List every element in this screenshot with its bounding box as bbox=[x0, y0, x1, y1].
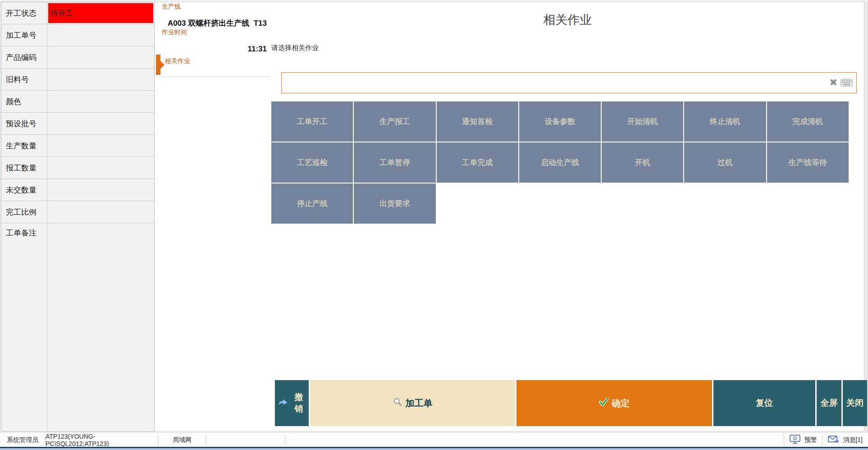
work-time-value: 11:31 bbox=[247, 45, 267, 54]
keyboard-icon[interactable] bbox=[841, 79, 853, 88]
reset-label: 复位 bbox=[756, 397, 773, 409]
info-row: 旧料号 bbox=[1, 69, 154, 91]
related-jobs-tab[interactable]: 相关作业 bbox=[165, 57, 190, 65]
info-row-label: 报工数量 bbox=[1, 157, 47, 179]
action-button[interactable]: 出货要求 bbox=[354, 184, 435, 224]
monitor-gear-icon bbox=[790, 435, 800, 445]
action-button[interactable]: 工单完成 bbox=[437, 142, 518, 183]
panel-divider bbox=[158, 76, 270, 77]
action-button[interactable]: 终止清机 bbox=[684, 101, 766, 142]
info-row: 报工数量 bbox=[1, 157, 154, 179]
job-scan-input[interactable] bbox=[284, 74, 818, 92]
info-row-value bbox=[47, 201, 154, 223]
info-row-value bbox=[47, 69, 154, 90]
info-row: 预设批号 bbox=[1, 113, 154, 135]
message-item[interactable]: 消息[1] bbox=[822, 435, 868, 445]
reset-button[interactable]: 复位 bbox=[713, 380, 815, 426]
fullscreen-button[interactable]: 全屏 bbox=[817, 380, 841, 426]
info-row: 工单备注 bbox=[1, 223, 154, 431]
status-user: 系统管理员 bbox=[0, 435, 46, 445]
status-bottom-strip bbox=[0, 448, 868, 450]
action-button[interactable]: 生产报工 bbox=[354, 101, 435, 142]
alert-label: 预警 bbox=[804, 436, 817, 444]
job-scan-field: ✖ bbox=[281, 72, 857, 93]
envelope-icon bbox=[828, 436, 839, 445]
undo-icon bbox=[278, 398, 288, 409]
info-row-value bbox=[47, 157, 154, 179]
status-database: ATP123(YOUNG-PC\SQL2012:ATP123) bbox=[46, 435, 159, 445]
info-row-label: 开工状态 bbox=[1, 2, 47, 24]
info-row-label: 加工单号 bbox=[1, 24, 47, 46]
info-row: 颜色 bbox=[1, 91, 154, 113]
action-button[interactable]: 完成清机 bbox=[767, 101, 849, 142]
info-row-value bbox=[47, 179, 154, 201]
mes-window: 开工状态待开工加工单号产品编码旧料号颜色预设批号生产数量报工数量未交数量完工比例… bbox=[0, 0, 868, 450]
close-label: 关闭 bbox=[846, 397, 863, 409]
info-row-label: 颜色 bbox=[1, 91, 47, 112]
info-row-value bbox=[47, 91, 154, 112]
work-order-info-table: 开工状态待开工加工单号产品编码旧料号颜色预设批号生产数量报工数量未交数量完工比例… bbox=[1, 2, 155, 432]
info-row: 生产数量 bbox=[1, 135, 154, 157]
work-order-label: 加工单 bbox=[406, 397, 433, 409]
info-row-label: 预设批号 bbox=[1, 113, 47, 134]
close-button[interactable]: 关闭 bbox=[843, 380, 867, 426]
work-time-label: 作业时间 bbox=[162, 28, 187, 37]
production-line-label: 生产线 bbox=[162, 3, 181, 11]
status-empty-cell bbox=[206, 435, 285, 445]
info-row-label: 工单备注 bbox=[1, 223, 47, 431]
action-button[interactable]: 停止产线 bbox=[271, 184, 353, 224]
info-row-value bbox=[47, 135, 154, 156]
confirm-label: 确定 bbox=[612, 397, 630, 409]
action-button[interactable]: 开始清机 bbox=[602, 101, 683, 142]
info-row-value: 待开工 bbox=[47, 2, 154, 24]
status-bar: 系统管理员 ATP123(YOUNG-PC\SQL2012:ATP123) 局域… bbox=[0, 432, 868, 447]
info-row: 未交数量 bbox=[1, 179, 154, 201]
info-row: 加工单号 bbox=[1, 24, 154, 46]
magnifier-icon bbox=[393, 397, 402, 409]
command-bar: 撤销 加工单 确定 复位 全屏 bbox=[275, 380, 867, 426]
action-button[interactable]: 通知首检 bbox=[437, 101, 518, 142]
info-row-label: 旧料号 bbox=[1, 69, 47, 90]
clear-icon[interactable]: ✖ bbox=[829, 77, 837, 88]
action-button[interactable]: 工艺巡检 bbox=[271, 142, 353, 183]
info-row-label: 完工比例 bbox=[1, 201, 47, 223]
info-row-value bbox=[47, 24, 154, 46]
info-row: 完工比例 bbox=[1, 201, 154, 223]
action-button[interactable]: 启动生产线 bbox=[519, 142, 601, 183]
undo-button[interactable]: 撤销 bbox=[275, 380, 309, 426]
status-badge: 待开工 bbox=[48, 3, 153, 23]
confirm-button[interactable]: 确定 bbox=[516, 380, 712, 426]
status-network: 局域网 bbox=[159, 435, 206, 445]
right-edge-strip bbox=[864, 2, 868, 432]
related-job-buttons: 工单开工生产报工通知首检设备参数开始清机终止清机完成清机工艺巡检工单暂停工单完成… bbox=[271, 101, 849, 224]
page-title: 相关作业 bbox=[270, 12, 864, 28]
action-button[interactable]: 工单开工 bbox=[271, 101, 353, 142]
action-button[interactable]: 开机 bbox=[602, 142, 683, 183]
production-line-value: A003 双螺杆挤出生产线 T13 bbox=[168, 18, 267, 28]
info-row-label: 未交数量 bbox=[1, 179, 47, 201]
info-row: 开工状态待开工 bbox=[1, 2, 154, 24]
info-row-value bbox=[47, 113, 154, 134]
undo-label: 撤销 bbox=[292, 391, 306, 415]
fullscreen-label: 全屏 bbox=[821, 397, 838, 409]
work-order-button[interactable]: 加工单 bbox=[310, 380, 515, 426]
info-row-label: 产品编码 bbox=[1, 46, 47, 68]
action-button[interactable]: 生产线等待 bbox=[767, 142, 849, 183]
check-icon bbox=[599, 398, 608, 409]
info-row-value bbox=[47, 46, 154, 68]
action-button[interactable]: 工单暂停 bbox=[354, 142, 435, 183]
alert-item[interactable]: 预警 bbox=[784, 435, 822, 445]
info-row-label: 生产数量 bbox=[1, 135, 47, 156]
action-button[interactable]: 过机 bbox=[684, 142, 766, 183]
info-row: 产品编码 bbox=[1, 46, 154, 69]
select-job-prompt: 请选择相关作业 bbox=[271, 44, 319, 52]
info-row-value bbox=[47, 223, 154, 431]
action-button[interactable]: 设备参数 bbox=[519, 101, 601, 142]
message-label: 消息[1] bbox=[843, 436, 863, 444]
selected-tab-marker bbox=[156, 55, 160, 75]
